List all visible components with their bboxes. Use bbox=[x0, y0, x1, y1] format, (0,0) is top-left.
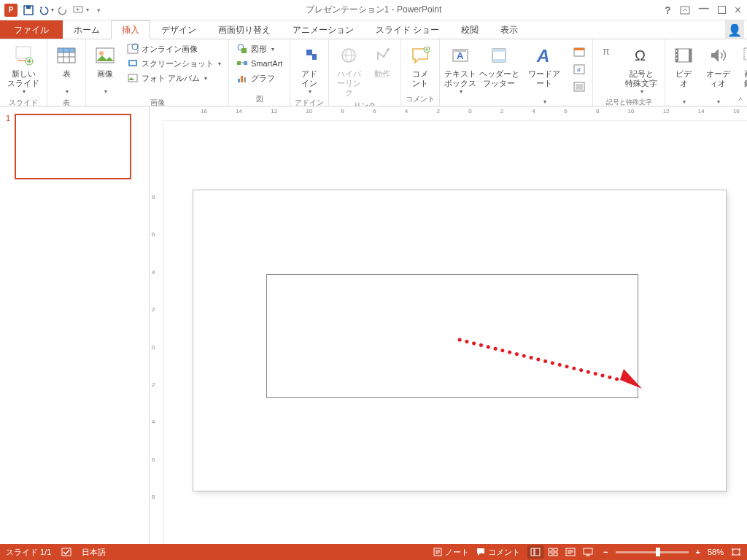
spellcheck-icon[interactable] bbox=[61, 547, 71, 557]
svg-rect-18 bbox=[241, 48, 247, 53]
video-icon bbox=[672, 44, 695, 67]
fit-to-window-icon[interactable] bbox=[731, 548, 741, 556]
redo-icon[interactable] bbox=[55, 2, 71, 18]
tab-review[interactable]: 校閲 bbox=[450, 20, 489, 39]
screenshot-button[interactable]: スクリーンショット▾ bbox=[124, 57, 224, 70]
comment-button[interactable]: コメント bbox=[406, 42, 435, 90]
hyperlink-icon bbox=[337, 44, 360, 67]
chart-button[interactable]: グラフ bbox=[233, 71, 285, 85]
user-account-icon[interactable]: 👤 bbox=[725, 20, 744, 39]
svg-rect-60 bbox=[584, 548, 592, 554]
undo-icon[interactable]: ▾ bbox=[38, 2, 54, 18]
start-from-beginning-icon[interactable]: ▾ bbox=[73, 2, 89, 18]
screen-recording-button[interactable]: 画面 録画 bbox=[738, 42, 747, 90]
minimize-icon[interactable]: — bbox=[699, 2, 709, 14]
status-bar: スライド 1/1 日本語 ノート コメント − + 58% bbox=[0, 544, 747, 560]
zoom-level[interactable]: 58% bbox=[708, 548, 724, 556]
svg-text:π: π bbox=[603, 45, 610, 57]
slide-count[interactable]: スライド 1/1 bbox=[6, 547, 51, 558]
group-images: 画像▾ オンライン画像 スクリーンショット▾ フォト アルバム▾ 画像 bbox=[86, 39, 229, 106]
textbox-button[interactable]: A テキスト ボックス▾ bbox=[444, 42, 476, 97]
notes-button[interactable]: ノート bbox=[433, 547, 469, 558]
group-slides: 新しい スライド▾ スライド bbox=[0, 39, 47, 106]
object-button[interactable] bbox=[570, 80, 588, 93]
audio-button[interactable]: オーディオ▾ bbox=[702, 42, 734, 106]
header-footer-button[interactable]: ヘッダーと フッター bbox=[480, 42, 518, 90]
photo-album-icon bbox=[127, 72, 139, 84]
tab-home[interactable]: ホーム bbox=[63, 20, 111, 39]
equation-button[interactable]: π bbox=[597, 42, 618, 62]
tab-transitions[interactable]: 画面切り替え bbox=[207, 20, 282, 39]
slide-number-button[interactable]: # bbox=[570, 63, 588, 76]
equation-icon: π bbox=[600, 44, 615, 58]
svg-rect-51 bbox=[62, 548, 71, 556]
object-icon bbox=[573, 81, 585, 93]
slideshow-view-icon[interactable] bbox=[580, 545, 596, 559]
audio-icon bbox=[706, 44, 729, 67]
screen-recording-icon bbox=[740, 44, 747, 67]
slide-thumbnail-1[interactable]: 1 bbox=[6, 114, 143, 179]
normal-view-icon[interactable] bbox=[527, 545, 543, 559]
addins-button[interactable]: アド イン▾ bbox=[295, 42, 324, 97]
action-button[interactable]: 動作 bbox=[368, 42, 396, 80]
svg-point-45 bbox=[676, 50, 678, 52]
svg-rect-48 bbox=[744, 48, 747, 60]
table-button[interactable]: 表▾ bbox=[52, 42, 81, 97]
new-slide-icon bbox=[12, 44, 35, 67]
svg-text:A: A bbox=[536, 46, 549, 65]
tab-design[interactable]: デザイン bbox=[150, 20, 207, 39]
slide-thumbnail-panel: 1 bbox=[0, 106, 150, 544]
svg-point-26 bbox=[387, 48, 390, 51]
pictures-button[interactable]: 画像▾ bbox=[90, 42, 120, 97]
zoom-slider[interactable] bbox=[616, 551, 689, 553]
zoom-out-icon[interactable]: − bbox=[603, 548, 608, 556]
maximize-icon[interactable] bbox=[718, 6, 726, 14]
reading-view-icon[interactable] bbox=[562, 545, 578, 559]
shapes-button[interactable]: 図形▾ bbox=[233, 42, 285, 55]
vertical-ruler: 864202468 bbox=[150, 121, 164, 544]
shapes-icon bbox=[236, 43, 248, 55]
hyperlink-button[interactable]: ハイパーリンク bbox=[333, 42, 364, 100]
ribbon-display-icon[interactable] bbox=[680, 6, 690, 15]
language-status[interactable]: 日本語 bbox=[82, 547, 106, 558]
svg-rect-1 bbox=[26, 6, 31, 9]
group-links: ハイパーリンク 動作 リンク bbox=[329, 39, 401, 106]
slide-canvas[interactable] bbox=[193, 190, 726, 491]
svg-point-47 bbox=[676, 58, 678, 59]
dotted-arrow-shape[interactable] bbox=[456, 336, 646, 394]
tab-slideshow[interactable]: スライド ショー bbox=[365, 20, 450, 39]
svg-rect-35 bbox=[574, 48, 584, 50]
ribbon-tabs: ファイル ホーム 挿入 デザイン 画面切り替え アニメーション スライド ショー… bbox=[0, 20, 747, 39]
svg-rect-58 bbox=[554, 553, 557, 556]
save-icon[interactable] bbox=[20, 2, 36, 18]
slide-sorter-view-icon[interactable] bbox=[545, 545, 561, 559]
slide-thumbnail-image bbox=[15, 114, 131, 179]
zoom-in-icon[interactable]: + bbox=[696, 548, 700, 556]
view-buttons bbox=[527, 545, 596, 559]
symbol-button[interactable]: Ω 記号と 特殊文字▾ bbox=[622, 42, 660, 97]
group-symbols: π Ω 記号と 特殊文字▾ 記号と特殊文字 bbox=[593, 39, 665, 106]
collapse-ribbon-icon[interactable]: ㅅ bbox=[737, 94, 744, 104]
qat-customize-icon[interactable]: ▾ bbox=[90, 2, 107, 18]
tab-file[interactable]: ファイル bbox=[0, 20, 63, 39]
date-time-button[interactable] bbox=[570, 45, 588, 58]
group-comments: コメント コメント bbox=[401, 39, 440, 106]
comments-button[interactable]: コメント bbox=[476, 547, 520, 558]
smartart-button[interactable]: SmartArt bbox=[233, 57, 285, 70]
video-button[interactable]: ビデオ▾ bbox=[670, 42, 697, 106]
smartart-icon bbox=[236, 58, 248, 69]
svg-rect-53 bbox=[531, 548, 534, 556]
photo-album-button[interactable]: フォト アルバム▾ bbox=[124, 71, 224, 85]
horizontal-ruler: 1614121086420246810121416 bbox=[164, 106, 747, 121]
header-footer-icon bbox=[487, 44, 511, 67]
tab-animations[interactable]: アニメーション bbox=[282, 20, 365, 39]
wordart-button[interactable]: A ワードアート▾ bbox=[522, 42, 566, 106]
help-icon[interactable]: ? bbox=[665, 4, 671, 16]
svg-text:Ω: Ω bbox=[635, 47, 646, 63]
tab-view[interactable]: 表示 bbox=[489, 20, 529, 39]
slide-canvas-area[interactable] bbox=[164, 121, 747, 544]
close-icon[interactable]: × bbox=[735, 4, 741, 17]
tab-insert[interactable]: 挿入 bbox=[111, 20, 150, 39]
online-pictures-button[interactable]: オンライン画像 bbox=[124, 42, 224, 55]
new-slide-button[interactable]: 新しい スライド▾ bbox=[4, 42, 42, 97]
